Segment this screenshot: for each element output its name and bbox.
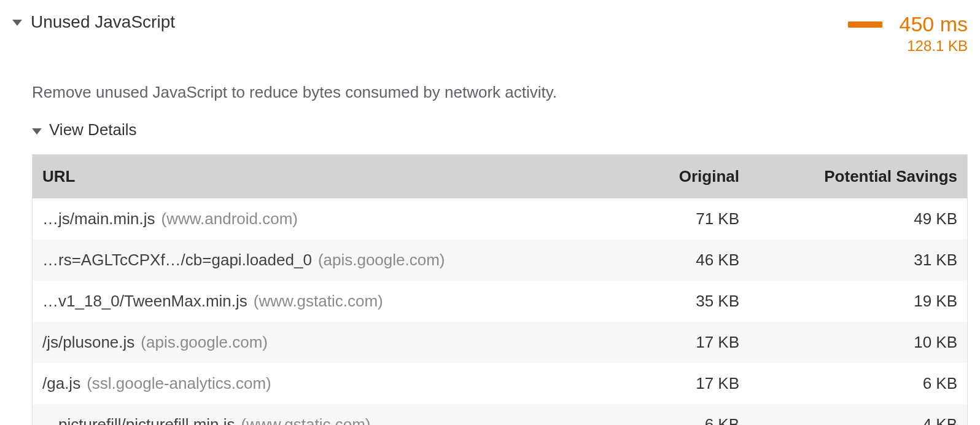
col-original[interactable]: Original xyxy=(635,155,749,198)
audit-panel: Unused JavaScript 450 ms 128.1 KB Remove… xyxy=(0,0,980,425)
savings-bar-icon xyxy=(848,21,882,28)
table-row: …picturefill/picturefill.min.js(www.gsta… xyxy=(33,404,967,425)
view-details-label: View Details xyxy=(49,120,137,139)
url-domain: (www.android.com) xyxy=(161,209,298,228)
table-header-row: URL Original Potential Savings xyxy=(33,155,967,198)
audit-header[interactable]: Unused JavaScript 450 ms 128.1 KB xyxy=(12,12,968,55)
table-row: /ga.js(ssl.google-analytics.com) 17 KB 6… xyxy=(33,363,967,404)
url-domain: (apis.google.com) xyxy=(318,251,445,269)
original-size: 17 KB xyxy=(635,363,749,404)
table-row: …rs=AGLTcCPXf…/cb=gapi.loaded_0(apis.goo… xyxy=(33,240,967,281)
view-details-toggle[interactable]: View Details xyxy=(32,120,968,139)
url-domain: (apis.google.com) xyxy=(141,333,268,351)
chevron-down-icon xyxy=(32,128,42,135)
url-path[interactable]: …js/main.min.js xyxy=(42,209,155,228)
original-size: 71 KB xyxy=(635,198,749,240)
url-domain: (ssl.google-analytics.com) xyxy=(87,374,271,392)
url-path[interactable]: /js/plusone.js xyxy=(42,333,134,351)
original-size: 46 KB xyxy=(635,240,749,281)
table-row: …v1_18_0/TweenMax.min.js(www.gstatic.com… xyxy=(33,281,967,322)
audit-title: Unused JavaScript xyxy=(31,12,175,32)
audit-time: 450 ms xyxy=(900,12,968,36)
url-path[interactable]: …picturefill/picturefill.min.js xyxy=(42,415,235,425)
details-table: URL Original Potential Savings …js/main.… xyxy=(32,154,968,425)
original-size: 17 KB xyxy=(635,322,749,363)
potential-savings: 19 KB xyxy=(749,281,967,322)
table-row: …js/main.min.js(www.android.com) 71 KB 4… xyxy=(33,198,967,240)
url-path[interactable]: …v1_18_0/TweenMax.min.js xyxy=(42,292,247,310)
table-row: /js/plusone.js(apis.google.com) 17 KB 10… xyxy=(33,322,967,363)
original-size: 6 KB xyxy=(635,404,749,425)
url-path[interactable]: …rs=AGLTcCPXf…/cb=gapi.loaded_0 xyxy=(42,251,312,269)
chevron-down-icon xyxy=(12,20,22,26)
col-url[interactable]: URL xyxy=(33,155,635,198)
potential-savings: 49 KB xyxy=(749,198,967,240)
potential-savings: 10 KB xyxy=(749,322,967,363)
original-size: 35 KB xyxy=(635,281,749,322)
url-domain: (www.gstatic.com) xyxy=(241,415,371,425)
url-path[interactable]: /ga.js xyxy=(42,374,80,392)
potential-savings: 4 KB xyxy=(749,404,967,425)
audit-description: Remove unused JavaScript to reduce bytes… xyxy=(32,83,968,102)
potential-savings: 6 KB xyxy=(749,363,967,404)
audit-metrics: 450 ms 128.1 KB xyxy=(848,12,968,55)
audit-size: 128.1 KB xyxy=(907,37,968,55)
potential-savings: 31 KB xyxy=(749,240,967,281)
col-savings[interactable]: Potential Savings xyxy=(749,155,967,198)
url-domain: (www.gstatic.com) xyxy=(254,292,383,310)
